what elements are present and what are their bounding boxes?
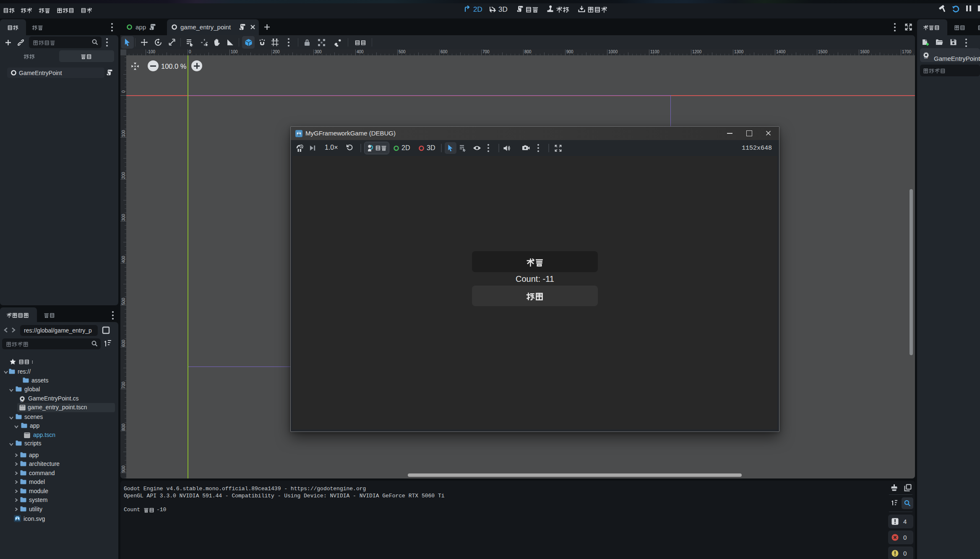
svg-text:C#: C# — [21, 400, 24, 403]
svg-text:C#: C# — [924, 56, 928, 59]
